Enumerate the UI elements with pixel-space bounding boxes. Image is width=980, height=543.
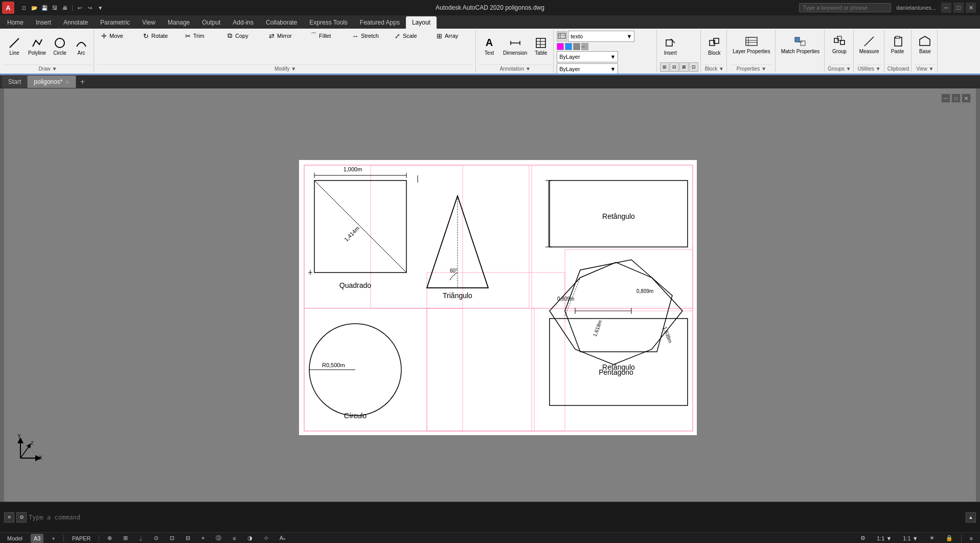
tab-close-icon[interactable]: ✕: [65, 79, 70, 85]
add-tab-button[interactable]: +: [76, 76, 88, 88]
scale-button[interactable]: ⤢ Scale: [391, 31, 431, 41]
insert-extra-1[interactable]: ⊞: [660, 62, 669, 72]
ducs-button[interactable]: ⌖: [198, 534, 208, 543]
cmd-clear-button[interactable]: ✕: [4, 512, 14, 523]
viewport-minimize[interactable]: ─: [941, 94, 950, 103]
transparency-button[interactable]: ◑: [244, 534, 256, 543]
a3-tab[interactable]: A3: [31, 534, 43, 543]
circle-button[interactable]: Circle: [50, 31, 70, 61]
text-button[interactable]: A Text: [479, 31, 499, 61]
viewport-scale[interactable]: 1:1 ▼: [900, 534, 921, 543]
saveas-button[interactable]: 🖫: [50, 3, 59, 12]
save-button[interactable]: 💾: [40, 3, 49, 12]
layer-linetype[interactable]: [573, 43, 580, 50]
bylayer-color-dropdown[interactable]: ByLayer▼: [557, 51, 618, 62]
tab-view[interactable]: View: [136, 16, 162, 29]
bylayer-linetype-dropdown[interactable]: ByLayer▼: [557, 63, 618, 75]
match-properties-button[interactable]: Match Properties: [779, 31, 823, 59]
base-button[interactable]: Base: [915, 31, 935, 59]
tab-featured[interactable]: Featured Apps: [354, 16, 406, 29]
insert-extra-3[interactable]: ⊠: [679, 62, 689, 72]
print-button[interactable]: 🖶: [60, 3, 70, 12]
layer-properties-main-button[interactable]: Layer Properties: [730, 31, 772, 59]
osnap-button[interactable]: ⊡: [167, 534, 177, 543]
insert-button[interactable]: Insert: [660, 31, 680, 61]
tab-home[interactable]: Home: [1, 16, 30, 29]
lock-viewport-button[interactable]: 🔒: [943, 534, 956, 543]
open-button[interactable]: 📂: [30, 3, 39, 12]
ortho-button[interactable]: ⟂: [136, 534, 146, 543]
grid-button[interactable]: ⊞: [120, 534, 131, 543]
insert-extra-4[interactable]: ⊡: [689, 62, 698, 72]
move-button[interactable]: ✛ Move: [97, 31, 138, 41]
cmd-arrow-up[interactable]: ▲: [966, 512, 976, 523]
status-sep-3: [961, 535, 962, 542]
app-logo[interactable]: A: [2, 2, 14, 14]
layer-color-swatch[interactable]: [557, 43, 564, 50]
annotation-scale[interactable]: 1:1 ▼: [874, 534, 895, 543]
group-button[interactable]: Group: [828, 31, 851, 59]
insert-extra-2[interactable]: ⊟: [670, 62, 679, 72]
left-panel[interactable]: [0, 88, 4, 502]
stretch-button[interactable]: ↔ Stretch: [349, 31, 390, 41]
tab-insert[interactable]: Insert: [30, 16, 57, 29]
dimension-button[interactable]: Dimension: [500, 31, 530, 61]
model-tab[interactable]: Model: [4, 534, 26, 543]
customize-button[interactable]: ≡: [967, 534, 976, 543]
tab-poligonos[interactable]: poligonos* ✕: [28, 76, 76, 88]
measure-button[interactable]: Measure: [857, 31, 882, 59]
tab-output[interactable]: Output: [196, 16, 226, 29]
layer-dropdown[interactable]: texto ▼: [568, 31, 634, 42]
search-input[interactable]: [799, 3, 891, 12]
right-panel[interactable]: [976, 88, 980, 502]
fillet-button[interactable]: ⌒ Fillet: [307, 31, 348, 41]
redo-button[interactable]: ↪: [85, 3, 95, 12]
workspace-dropdown[interactable]: ▼: [96, 3, 105, 12]
polyline-button[interactable]: Polyline: [26, 31, 49, 61]
undo-button[interactable]: ↩: [75, 3, 84, 12]
snap-button[interactable]: ⊕: [104, 534, 115, 543]
layer-color-bylayer[interactable]: [565, 43, 572, 50]
tab-addins[interactable]: Add-ins: [226, 16, 260, 29]
command-input[interactable]: [29, 514, 964, 521]
viewport-maximize[interactable]: □: [951, 94, 961, 103]
array-button[interactable]: ⊞ Array: [432, 31, 473, 41]
line-button[interactable]: Line: [4, 31, 25, 61]
close-button[interactable]: ✕: [966, 3, 976, 13]
cmd-settings-button[interactable]: ⚙: [16, 512, 27, 523]
restore-button[interactable]: □: [953, 3, 964, 13]
minimize-button[interactable]: ─: [941, 3, 951, 13]
drawing-canvas[interactable]: 1,000m 1,414m Quadrado 60° Triângulo Ret…: [299, 160, 697, 436]
isolate-button[interactable]: ☀: [926, 534, 938, 543]
measure-label: Measure: [859, 49, 879, 54]
rotate-button[interactable]: ↻ Rotate: [139, 31, 180, 41]
tab-manage[interactable]: Manage: [162, 16, 196, 29]
clipboard-group: Paste Clipboard: [885, 30, 912, 73]
layer-lineweight[interactable]: ─: [581, 43, 588, 50]
annotation-button[interactable]: Aₙ: [277, 534, 288, 543]
otrack-button[interactable]: ⊟: [183, 534, 193, 543]
tab-annotate[interactable]: Annotate: [57, 16, 94, 29]
mirror-button[interactable]: ⇄ Mirror: [265, 31, 306, 41]
paste-button[interactable]: Paste: [887, 31, 908, 59]
selection-button[interactable]: ⊹: [261, 534, 271, 543]
workspace-button[interactable]: ⚙: [857, 534, 869, 543]
layer-properties-button[interactable]: [557, 31, 567, 41]
copy-button[interactable]: ⧉ Copy: [223, 31, 264, 41]
tab-start-label: Start: [8, 78, 21, 85]
polar-button[interactable]: ⊙: [151, 534, 162, 543]
arc-button[interactable]: Arc: [71, 31, 92, 61]
block-button[interactable]: Block: [704, 31, 724, 61]
tab-express[interactable]: Express Tools: [303, 16, 353, 29]
lineweight-button[interactable]: ≡: [230, 534, 239, 543]
trim-button[interactable]: ✂ Trim: [181, 31, 222, 41]
tab-start[interactable]: Start: [2, 76, 28, 88]
viewport-close[interactable]: ✕: [962, 94, 971, 103]
tab-parametric[interactable]: Parametric: [94, 16, 136, 29]
dynmode-button[interactable]: Ⓓ: [213, 534, 224, 543]
new-button[interactable]: 🗋: [19, 3, 29, 12]
tab-collaborate[interactable]: Collaborate: [260, 16, 303, 29]
table-button[interactable]: Table: [531, 31, 551, 61]
add-layout-button[interactable]: +: [49, 534, 58, 543]
tab-layout[interactable]: Layout: [406, 16, 437, 29]
